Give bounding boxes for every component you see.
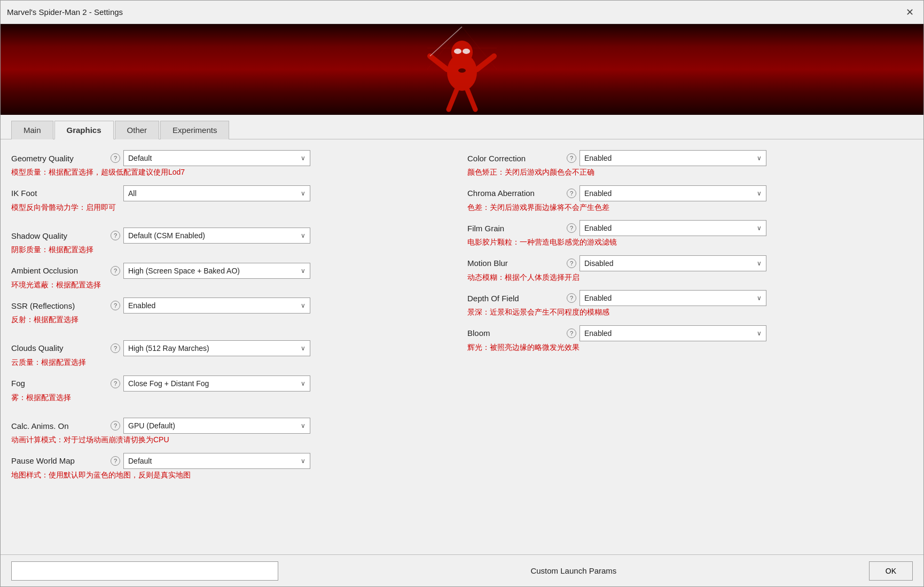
fog-help[interactable]: ? [111, 379, 120, 388]
tab-graphics[interactable]: Graphics [54, 121, 114, 139]
content-area: Geometry Quality ? Default ∨ 模型质量：根据配置选择… [1, 139, 923, 554]
ssr-dropdown[interactable]: Enabled ∨ [123, 298, 310, 314]
pause-world-map-help[interactable]: ? [111, 456, 120, 466]
film-grain-dropdown[interactable]: Enabled ∨ [580, 220, 766, 236]
chroma-aberration-control: Chroma Aberration ? Enabled ∨ [467, 185, 913, 201]
launch-params-label: Custom Launch Params [287, 566, 860, 575]
motion-blur-control: Motion Blur ? Disabled ∨ [467, 255, 913, 271]
film-grain-control: Film Grain ? Enabled ∨ [467, 220, 913, 236]
motion-blur-dropdown[interactable]: Disabled ∨ [580, 255, 766, 271]
chevron-down-icon: ∨ [757, 330, 762, 337]
film-grain-annotation: 电影胶片颗粒：一种营造电影感觉的游戏滤镜 [467, 237, 913, 248]
motion-blur-row: Motion Blur ? Disabled ∨ 动态模糊：根据个人体质选择开启 [467, 255, 913, 285]
svg-line-7 [449, 90, 457, 109]
depth-of-field-dropdown[interactable]: Enabled ∨ [580, 290, 766, 306]
motion-blur-help[interactable]: ? [567, 259, 576, 268]
calc-anims-label: Calc. Anims. On [11, 421, 107, 431]
bloom-help[interactable]: ? [567, 328, 576, 338]
svg-line-6 [477, 56, 494, 69]
ssr-annotation: 反射：根据配置选择 [11, 315, 457, 325]
color-correction-label: Color Correction [467, 154, 563, 163]
pause-world-map-row: Pause World Map ? Default ∨ 地图样式：使用默认即为蓝… [11, 453, 457, 483]
clouds-quality-label: Clouds Quality [11, 343, 107, 353]
ik-foot-row: IK Foot All ∨ 模型反向骨骼动力学：启用即可 [11, 185, 457, 215]
pause-world-map-dropdown[interactable]: Default ∨ [123, 453, 310, 469]
left-column: Geometry Quality ? Default ∨ 模型质量：根据配置选择… [11, 150, 457, 544]
launch-params-input[interactable] [11, 561, 278, 581]
shadow-quality-help[interactable]: ? [111, 231, 120, 240]
shadow-quality-control: Shadow Quality ? Default (CSM Enabled) ∨ [11, 228, 457, 244]
chroma-aberration-label: Chroma Aberration [467, 189, 563, 198]
chevron-down-icon: ∨ [301, 267, 306, 275]
fog-dropdown[interactable]: Close Fog + Distant Fog ∨ [123, 375, 310, 392]
svg-line-5 [430, 56, 447, 69]
chroma-aberration-help[interactable]: ? [567, 189, 576, 198]
chevron-down-icon: ∨ [757, 190, 762, 197]
color-correction-row: Color Correction ? Enabled ∨ 颜色矫正：关闭后游戏内… [467, 150, 913, 180]
clouds-quality-help[interactable]: ? [111, 343, 120, 353]
tab-experiments[interactable]: Experiments [160, 121, 229, 139]
ik-foot-annotation: 模型反向骨骼动力学：启用即可 [11, 202, 457, 213]
fog-row: Fog ? Close Fog + Distant Fog ∨ 雾：根据配置选择 [11, 375, 457, 405]
ik-foot-control: IK Foot All ∨ [11, 185, 457, 201]
svg-point-11 [463, 49, 470, 54]
pause-world-map-label: Pause World Map [11, 456, 107, 465]
ambient-occlusion-row: Ambient Occlusion ? High (Screen Space +… [11, 263, 457, 293]
motion-blur-annotation: 动态模糊：根据个人体质选择开启 [467, 272, 913, 283]
chevron-down-icon: ∨ [301, 380, 306, 387]
chevron-down-icon: ∨ [757, 294, 762, 302]
color-correction-help[interactable]: ? [567, 153, 576, 163]
calc-anims-control: Calc. Anims. On ? GPU (Default) ∨ [11, 418, 457, 434]
depth-of-field-help[interactable]: ? [567, 293, 576, 303]
spiderman-icon [427, 27, 497, 112]
color-correction-annotation: 颜色矫正：关闭后游戏内颜色会不正确 [467, 167, 913, 178]
tabs-bar: Main Graphics Other Experiments [1, 115, 923, 139]
depth-of-field-control: Depth Of Field ? Enabled ∨ [467, 290, 913, 306]
film-grain-row: Film Grain ? Enabled ∨ 电影胶片颗粒：一种营造电影感觉的游… [467, 220, 913, 250]
ssr-help[interactable]: ? [111, 301, 120, 310]
chroma-aberration-dropdown[interactable]: Enabled ∨ [580, 185, 766, 201]
svg-point-10 [454, 49, 461, 54]
depth-of-field-row: Depth Of Field ? Enabled ∨ 景深：近景和远景会产生不同… [467, 290, 913, 320]
chevron-down-icon: ∨ [301, 457, 306, 465]
chevron-down-icon: ∨ [301, 190, 306, 197]
calc-anims-help[interactable]: ? [111, 421, 120, 431]
geometry-quality-control: Geometry Quality ? Default ∨ [11, 150, 457, 166]
geometry-quality-help[interactable]: ? [111, 153, 120, 163]
ik-foot-label: IK Foot [11, 189, 107, 198]
geometry-quality-label: Geometry Quality [11, 154, 107, 163]
color-correction-dropdown[interactable]: Enabled ∨ [580, 150, 766, 166]
banner [1, 24, 923, 115]
chevron-down-icon: ∨ [757, 224, 762, 232]
ambient-occlusion-help[interactable]: ? [111, 266, 120, 276]
geometry-quality-dropdown[interactable]: Default ∨ [123, 150, 310, 166]
bloom-control: Bloom ? Enabled ∨ [467, 325, 913, 341]
clouds-quality-annotation: 云质量：根据配置选择 [11, 357, 457, 368]
chevron-down-icon: ∨ [301, 345, 306, 352]
fog-label: Fog [11, 379, 107, 388]
film-grain-help[interactable]: ? [567, 223, 576, 233]
depth-of-field-label: Depth Of Field [467, 294, 563, 303]
ok-button[interactable]: OK [869, 561, 913, 581]
ssr-label: SSR (Reflections) [11, 301, 107, 310]
svg-line-8 [467, 90, 475, 109]
calc-anims-row: Calc. Anims. On ? GPU (Default) ∨ 动画计算模式… [11, 418, 457, 448]
motion-blur-label: Motion Blur [467, 259, 563, 268]
tab-main[interactable]: Main [11, 121, 53, 139]
calc-anims-annotation: 动画计算模式：对于过场动画崩溃请切换为CPU [11, 435, 457, 445]
tab-other[interactable]: Other [115, 121, 160, 139]
ambient-occlusion-dropdown[interactable]: High (Screen Space + Baked AO) ∨ [123, 263, 310, 279]
calc-anims-dropdown[interactable]: GPU (Default) ∨ [123, 418, 310, 434]
shadow-quality-dropdown[interactable]: Default (CSM Enabled) ∨ [123, 228, 310, 244]
chevron-down-icon: ∨ [757, 154, 762, 162]
clouds-quality-dropdown[interactable]: High (512 Ray Marches) ∨ [123, 340, 310, 356]
bloom-dropdown[interactable]: Enabled ∨ [580, 325, 766, 341]
svg-point-12 [458, 68, 466, 73]
bloom-annotation: 辉光：被照亮边缘的略微发光效果 [467, 342, 913, 353]
ssr-row: SSR (Reflections) ? Enabled ∨ 反射：根据配置选择 [11, 298, 457, 327]
shadow-quality-row: Shadow Quality ? Default (CSM Enabled) ∨… [11, 228, 457, 257]
close-button[interactable]: ✕ [902, 5, 917, 20]
shadow-quality-annotation: 阴影质量：根据配置选择 [11, 245, 457, 255]
ssr-control: SSR (Reflections) ? Enabled ∨ [11, 298, 457, 314]
ik-foot-dropdown[interactable]: All ∨ [123, 185, 310, 201]
